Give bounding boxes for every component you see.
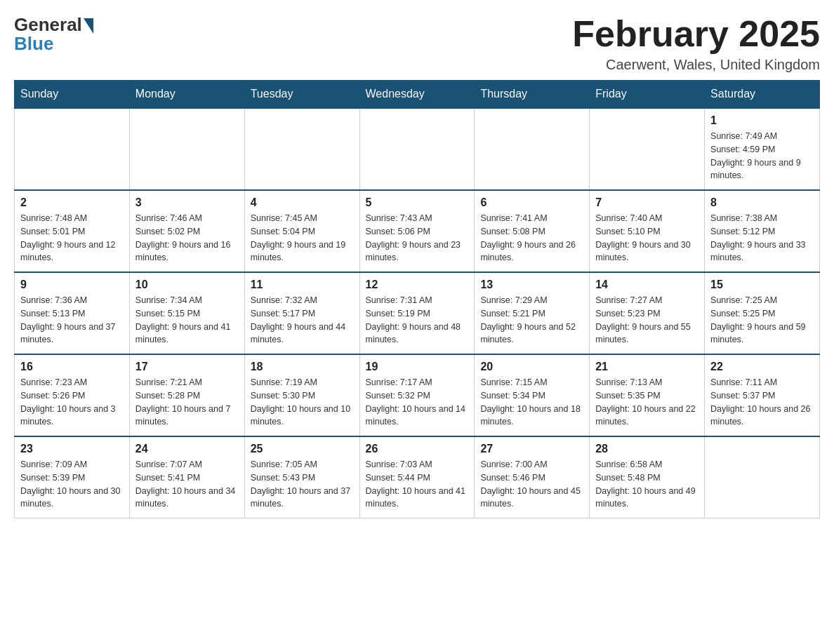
day-number: 13 [480, 279, 583, 291]
day-info: Sunrise: 7:48 AMSunset: 5:01 PMDaylight:… [20, 212, 124, 264]
calendar-day-cell: 19Sunrise: 7:17 AMSunset: 5:32 PMDayligh… [359, 354, 475, 436]
calendar-day-cell: 5Sunrise: 7:43 AMSunset: 5:06 PMDaylight… [359, 190, 475, 272]
day-number: 28 [595, 443, 699, 455]
calendar-day-cell: 4Sunrise: 7:45 AMSunset: 5:04 PMDaylight… [244, 190, 359, 272]
day-info: Sunrise: 7:32 AMSunset: 5:17 PMDaylight:… [251, 294, 354, 347]
calendar-day-cell [15, 108, 130, 190]
calendar-week-row: 9Sunrise: 7:36 AMSunset: 5:13 PMDaylight… [15, 272, 820, 354]
day-info: Sunrise: 7:19 AMSunset: 5:30 PMDaylight:… [251, 376, 354, 429]
day-number: 16 [20, 361, 124, 373]
day-number: 14 [595, 279, 699, 291]
day-number: 21 [595, 361, 699, 373]
calendar-day-cell: 6Sunrise: 7:41 AMSunset: 5:08 PMDaylight… [475, 190, 590, 272]
day-of-week-header: Saturday [705, 81, 820, 109]
calendar-day-cell: 9Sunrise: 7:36 AMSunset: 5:13 PMDaylight… [15, 272, 130, 354]
calendar-day-cell: 7Sunrise: 7:40 AMSunset: 5:10 PMDaylight… [590, 190, 705, 272]
day-number: 22 [710, 361, 814, 373]
calendar-table: SundayMondayTuesdayWednesdayThursdayFrid… [14, 80, 820, 518]
calendar-day-cell [475, 108, 590, 190]
day-info: Sunrise: 7:43 AMSunset: 5:06 PMDaylight:… [366, 212, 469, 264]
calendar-day-cell: 1Sunrise: 7:49 AMSunset: 4:59 PMDaylight… [705, 108, 820, 190]
day-info: Sunrise: 6:58 AMSunset: 5:48 PMDaylight:… [595, 458, 699, 511]
day-info: Sunrise: 7:13 AMSunset: 5:35 PMDaylight:… [595, 376, 699, 429]
day-info: Sunrise: 7:49 AMSunset: 4:59 PMDaylight:… [710, 130, 814, 182]
calendar-day-cell: 2Sunrise: 7:48 AMSunset: 5:01 PMDaylight… [15, 190, 130, 272]
calendar-day-cell: 12Sunrise: 7:31 AMSunset: 5:19 PMDayligh… [359, 272, 475, 354]
day-number: 10 [135, 279, 239, 291]
day-of-week-header: Sunday [15, 81, 130, 109]
day-of-week-header: Wednesday [359, 81, 475, 109]
day-of-week-header: Monday [129, 81, 244, 109]
calendar-day-cell: 24Sunrise: 7:07 AMSunset: 5:41 PMDayligh… [129, 436, 244, 518]
day-info: Sunrise: 7:40 AMSunset: 5:10 PMDaylight:… [595, 212, 699, 264]
day-number: 26 [366, 443, 469, 455]
calendar-day-cell: 28Sunrise: 6:58 AMSunset: 5:48 PMDayligh… [590, 436, 705, 518]
calendar-day-cell: 13Sunrise: 7:29 AMSunset: 5:21 PMDayligh… [475, 272, 590, 354]
day-info: Sunrise: 7:00 AMSunset: 5:46 PMDaylight:… [480, 458, 583, 511]
calendar-day-cell: 22Sunrise: 7:11 AMSunset: 5:37 PMDayligh… [705, 354, 820, 436]
calendar-day-cell: 10Sunrise: 7:34 AMSunset: 5:15 PMDayligh… [129, 272, 244, 354]
day-number: 6 [480, 196, 583, 209]
day-info: Sunrise: 7:41 AMSunset: 5:08 PMDaylight:… [480, 212, 583, 264]
day-number: 17 [135, 361, 239, 373]
calendar-day-cell: 25Sunrise: 7:05 AMSunset: 5:43 PMDayligh… [244, 436, 359, 518]
day-number: 27 [480, 443, 583, 455]
day-number: 3 [135, 196, 239, 209]
day-number: 1 [710, 114, 814, 127]
day-number: 8 [710, 196, 814, 209]
day-number: 24 [135, 443, 239, 455]
calendar-header-row: SundayMondayTuesdayWednesdayThursdayFrid… [15, 81, 820, 109]
calendar-day-cell: 3Sunrise: 7:46 AMSunset: 5:02 PMDaylight… [129, 190, 244, 272]
day-info: Sunrise: 7:45 AMSunset: 5:04 PMDaylight:… [251, 212, 354, 264]
day-info: Sunrise: 7:11 AMSunset: 5:37 PMDaylight:… [710, 376, 814, 429]
day-number: 11 [251, 279, 354, 291]
calendar-day-cell: 23Sunrise: 7:09 AMSunset: 5:39 PMDayligh… [15, 436, 130, 518]
day-info: Sunrise: 7:34 AMSunset: 5:15 PMDaylight:… [135, 294, 239, 347]
day-of-week-header: Tuesday [244, 81, 359, 109]
day-info: Sunrise: 7:05 AMSunset: 5:43 PMDaylight:… [251, 458, 354, 511]
day-number: 19 [366, 361, 469, 373]
day-info: Sunrise: 7:15 AMSunset: 5:34 PMDaylight:… [480, 376, 583, 429]
day-number: 5 [366, 196, 469, 209]
calendar-day-cell: 21Sunrise: 7:13 AMSunset: 5:35 PMDayligh… [590, 354, 705, 436]
day-number: 2 [20, 196, 124, 209]
day-number: 15 [710, 279, 814, 291]
day-info: Sunrise: 7:36 AMSunset: 5:13 PMDaylight:… [20, 294, 124, 347]
calendar-week-row: 1Sunrise: 7:49 AMSunset: 4:59 PMDaylight… [15, 108, 820, 190]
day-number: 25 [251, 443, 354, 455]
calendar-day-cell: 27Sunrise: 7:00 AMSunset: 5:46 PMDayligh… [475, 436, 590, 518]
day-number: 23 [20, 443, 124, 455]
day-of-week-header: Friday [590, 81, 705, 109]
calendar-day-cell [129, 108, 244, 190]
day-number: 7 [595, 196, 699, 209]
day-number: 4 [251, 196, 354, 209]
calendar-day-cell: 26Sunrise: 7:03 AMSunset: 5:44 PMDayligh… [359, 436, 475, 518]
day-info: Sunrise: 7:31 AMSunset: 5:19 PMDaylight:… [366, 294, 469, 347]
day-info: Sunrise: 7:03 AMSunset: 5:44 PMDaylight:… [366, 458, 469, 511]
month-title: February 2025 [572, 14, 820, 54]
day-info: Sunrise: 7:25 AMSunset: 5:25 PMDaylight:… [710, 294, 814, 347]
calendar-day-cell: 18Sunrise: 7:19 AMSunset: 5:30 PMDayligh… [244, 354, 359, 436]
day-info: Sunrise: 7:27 AMSunset: 5:23 PMDaylight:… [595, 294, 699, 347]
logo-arrow-icon [84, 18, 93, 34]
day-number: 9 [20, 279, 124, 291]
calendar-day-cell: 16Sunrise: 7:23 AMSunset: 5:26 PMDayligh… [15, 354, 130, 436]
title-section: February 2025 Caerwent, Wales, United Ki… [572, 14, 820, 73]
calendar-week-row: 23Sunrise: 7:09 AMSunset: 5:39 PMDayligh… [15, 436, 820, 518]
day-number: 12 [366, 279, 469, 291]
day-info: Sunrise: 7:46 AMSunset: 5:02 PMDaylight:… [135, 212, 239, 264]
logo: General Blue [14, 14, 93, 55]
day-info: Sunrise: 7:29 AMSunset: 5:21 PMDaylight:… [480, 294, 583, 347]
calendar-week-row: 16Sunrise: 7:23 AMSunset: 5:26 PMDayligh… [15, 354, 820, 436]
logo-blue-text: Blue [14, 33, 53, 55]
calendar-day-cell: 20Sunrise: 7:15 AMSunset: 5:34 PMDayligh… [475, 354, 590, 436]
calendar-day-cell [705, 436, 820, 518]
day-info: Sunrise: 7:23 AMSunset: 5:26 PMDaylight:… [20, 376, 124, 429]
calendar-day-cell: 15Sunrise: 7:25 AMSunset: 5:25 PMDayligh… [705, 272, 820, 354]
calendar-day-cell: 11Sunrise: 7:32 AMSunset: 5:17 PMDayligh… [244, 272, 359, 354]
calendar-day-cell: 14Sunrise: 7:27 AMSunset: 5:23 PMDayligh… [590, 272, 705, 354]
location-text: Caerwent, Wales, United Kingdom [572, 57, 820, 73]
calendar-day-cell: 17Sunrise: 7:21 AMSunset: 5:28 PMDayligh… [129, 354, 244, 436]
day-number: 20 [480, 361, 583, 373]
page-header: General Blue February 2025 Caerwent, Wal… [14, 14, 820, 73]
